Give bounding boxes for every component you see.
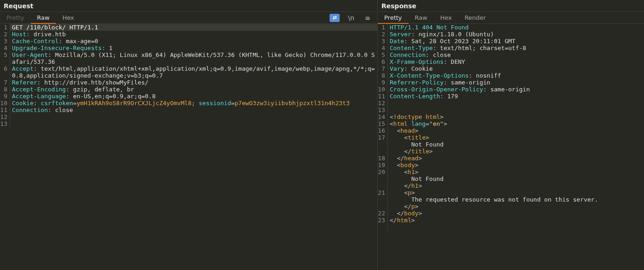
request-toolbar: ⇄ \n ≡: [330, 14, 377, 22]
request-panel: Request Pretty Raw Hex ⇄ \n ≡ 1GET /110/…: [0, 0, 378, 270]
tab-pretty[interactable]: Pretty: [378, 12, 409, 24]
response-panel: Response Pretty Raw Hex Render 1HTTP/1.1…: [378, 0, 644, 270]
tab-raw[interactable]: Raw: [31, 12, 56, 24]
newline-icon[interactable]: \n: [346, 14, 356, 22]
response-title: Response: [378, 0, 644, 12]
tab-raw[interactable]: Raw: [409, 12, 434, 24]
request-editor[interactable]: 1GET /110/block/ HTTP/1.1 2Host: drive.h…: [0, 24, 377, 270]
wrap-toggle-icon[interactable]: ⇄: [330, 14, 340, 22]
response-tab-row: Pretty Raw Hex Render: [378, 12, 644, 24]
response-editor[interactable]: 1HTTP/1.1 404 Not Found 2Server: nginx/1…: [378, 24, 644, 270]
request-title: Request: [0, 0, 377, 12]
tab-render[interactable]: Render: [458, 12, 492, 24]
request-tab-row: Pretty Raw Hex ⇄ \n ≡: [0, 12, 377, 24]
tab-pretty[interactable]: Pretty: [0, 12, 31, 24]
tab-hex[interactable]: Hex: [56, 12, 80, 24]
tab-hex[interactable]: Hex: [434, 12, 458, 24]
menu-icon[interactable]: ≡: [363, 14, 373, 22]
